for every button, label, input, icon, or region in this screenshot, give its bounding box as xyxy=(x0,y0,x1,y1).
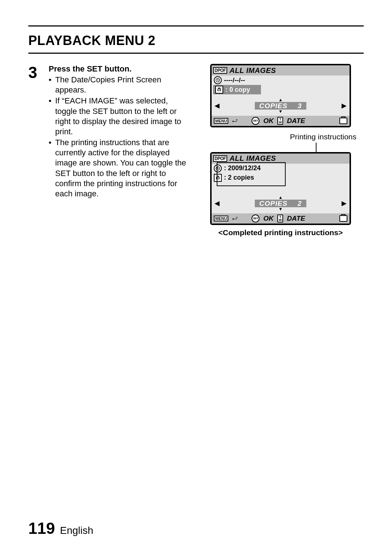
set-icon[interactable]: SET xyxy=(252,117,260,125)
clock-icon xyxy=(214,76,222,84)
svg-rect-2 xyxy=(219,88,220,89)
arrow-up-icon[interactable]: ▲ xyxy=(278,98,283,102)
arrow-down-icon[interactable]: ▼ xyxy=(278,207,283,211)
copies-selector: ◀ ▲ COPIES 2 ▼ ▶ xyxy=(212,192,350,213)
date-value: ----/--/-- xyxy=(224,77,245,84)
copies-info-line: : 0 copy xyxy=(213,85,261,94)
dpof-header-bar: DPOF ALL IMAGES xyxy=(212,65,350,75)
date-button-label: DATE xyxy=(287,117,305,125)
bullet-item: The printing instructions that are curre… xyxy=(49,138,190,199)
callout-label: Printing instructions xyxy=(290,132,364,141)
callout-box xyxy=(217,162,286,186)
lcd-screen-1: DPOF ALL IMAGES ----/--/-- xyxy=(210,64,351,127)
return-icon[interactable]: ⮐ xyxy=(232,215,238,222)
ok-label: OK xyxy=(263,214,274,222)
zoom-badge[interactable]: TW xyxy=(277,117,283,125)
dpof-header-text: ALL IMAGES xyxy=(229,154,276,163)
trash-icon[interactable] xyxy=(339,118,347,124)
set-icon[interactable]: SET xyxy=(252,214,260,222)
arrow-left-icon[interactable]: ◀ xyxy=(215,102,220,110)
copies-value: 2 xyxy=(298,200,302,207)
page-number: 119 xyxy=(28,519,55,537)
menu-badge[interactable]: MENU xyxy=(214,216,228,221)
arrow-down-icon[interactable]: ▼ xyxy=(278,110,283,114)
trash-icon[interactable] xyxy=(339,215,347,222)
date-button-label: DATE xyxy=(287,214,305,222)
text-column: Press the SET button. The Date/Copies Pr… xyxy=(49,64,190,237)
bottom-bar: MENU ⮐ SET OK TW DATE xyxy=(212,116,350,126)
date-line: ----/--/-- xyxy=(212,75,350,85)
copies-info-value: : 0 copy xyxy=(225,86,250,94)
ok-label: OK xyxy=(263,117,274,125)
bullet-item: If “EACH IMAGE” was selected, toggle the… xyxy=(49,96,190,137)
arrow-up-icon[interactable]: ▲ xyxy=(278,196,283,200)
return-icon[interactable]: ⮐ xyxy=(232,118,238,124)
step-row: 3 Press the SET button. The Date/Copies … xyxy=(28,64,364,237)
bullet-item: The Date/Copies Print Screen appears. xyxy=(49,75,190,95)
dpof-badge: DPOF xyxy=(213,67,227,74)
copies-selector: ◀ ▲ COPIES 3 ▼ ▶ xyxy=(212,94,350,116)
dpof-badge: DPOF xyxy=(213,155,227,162)
copies-value: 3 xyxy=(298,103,302,109)
zoom-badge[interactable]: TW xyxy=(277,214,283,222)
copies-label: COPIES xyxy=(259,200,287,207)
dpof-header-text: ALL IMAGES xyxy=(229,66,276,75)
bottom-bar: MENU ⮐ SET OK TW DATE xyxy=(212,213,350,224)
page-footer: 119 English xyxy=(28,519,93,537)
bullet-list: The Date/Copies Print Screen appears. If… xyxy=(49,75,190,199)
copies-label: COPIES xyxy=(259,103,287,109)
figure-column: DPOF ALL IMAGES ----/--/-- xyxy=(197,64,364,237)
printer-icon xyxy=(215,86,223,94)
callout-line xyxy=(316,143,317,153)
arrow-right-icon[interactable]: ▶ xyxy=(342,102,347,110)
menu-badge[interactable]: MENU xyxy=(214,118,228,124)
arrow-left-icon[interactable]: ◀ xyxy=(215,199,220,207)
step-heading: Press the SET button. xyxy=(49,64,190,74)
page-language: English xyxy=(60,525,93,536)
step-number: 3 xyxy=(28,64,49,237)
completed-caption: <Completed printing instructions> xyxy=(218,228,343,237)
arrow-right-icon[interactable]: ▶ xyxy=(342,199,347,207)
page-title: PLAYBACK MENU 2 xyxy=(28,26,364,54)
